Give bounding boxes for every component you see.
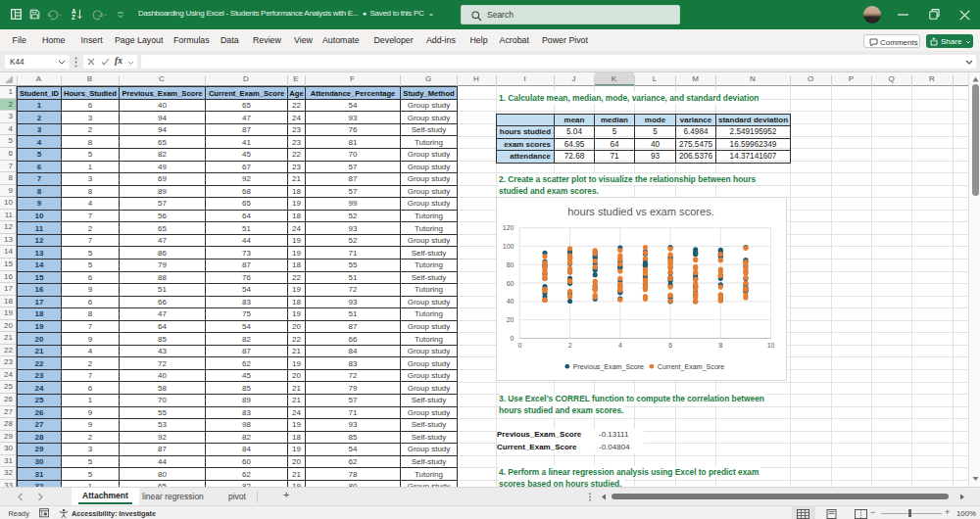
svg-text:40: 40 — [507, 298, 514, 305]
svg-text:hours studied vs exam scores.: hours studied vs exam scores. — [567, 206, 714, 217]
svg-text:Current_Exam_Score: Current_Exam_Score — [658, 363, 724, 371]
svg-text:20: 20 — [507, 316, 514, 323]
svg-text:0: 0 — [511, 335, 514, 342]
svg-text:2: 2 — [568, 342, 572, 349]
svg-text:120: 120 — [503, 224, 514, 231]
svg-text:6: 6 — [668, 342, 672, 349]
svg-text:0: 0 — [517, 342, 521, 349]
svg-text:8: 8 — [718, 342, 722, 349]
svg-text:Z: Z — [72, 15, 75, 21]
svg-text:80: 80 — [507, 261, 514, 268]
svg-text:Previous_Exam_Score: Previous_Exam_Score — [573, 363, 644, 371]
svg-text:4: 4 — [618, 342, 622, 349]
svg-text:A: A — [72, 8, 76, 15]
svg-text:100: 100 — [503, 243, 514, 250]
svg-text:10: 10 — [767, 342, 775, 349]
svg-text:60: 60 — [507, 280, 514, 287]
